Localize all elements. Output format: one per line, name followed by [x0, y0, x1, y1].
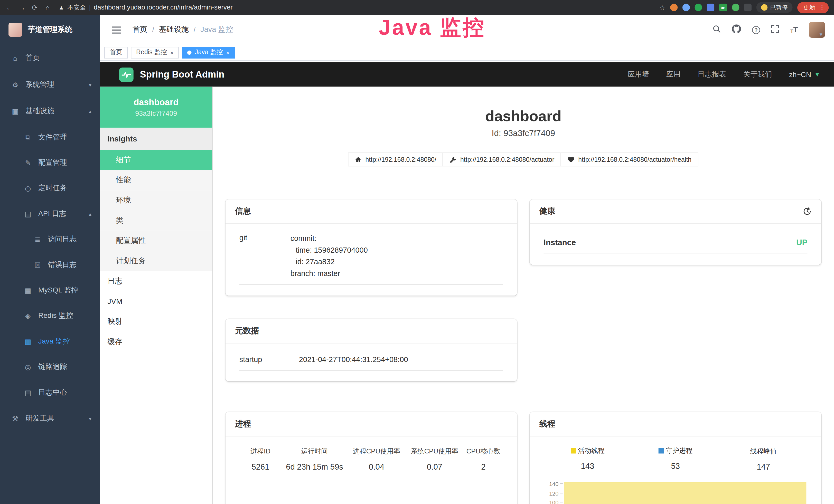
instance-sidebar: dashboard 93a3fc7f7409 Insights 细节 性能 环境… [100, 87, 213, 504]
log-icon: ≣ [33, 235, 42, 243]
sidebar-item-dev-tools[interactable]: ⚒ 研发工具 ▾ [0, 405, 100, 432]
github-icon[interactable] [732, 24, 741, 35]
search-icon[interactable] [713, 25, 721, 35]
tab-home[interactable]: 首页 [104, 46, 128, 58]
sidebar-item-log-center[interactable]: ▤ 日志中心 [0, 380, 100, 405]
chevron-down-icon: ▾ [89, 82, 91, 88]
tab-java-monitor[interactable]: Java 监控 × [182, 46, 235, 58]
sidebar-item-home[interactable]: ⌂ 首页 [0, 45, 100, 71]
browser-extension-icon[interactable] [682, 4, 690, 11]
threads-chart-plot [564, 481, 807, 504]
address-bar[interactable]: ▲ 不安全 | dashboard.yudao.iocoder.cn/infra… [59, 3, 233, 11]
home-icon [355, 156, 361, 163]
forward-icon[interactable]: → [18, 3, 26, 11]
health-instance-row: Instance UP [544, 232, 807, 254]
chrome-update-button[interactable]: 更新 ⋮ [797, 2, 829, 13]
gear-icon: ⚙ [10, 81, 20, 89]
process-card-title: 进程 [225, 412, 517, 436]
actuator-url-link[interactable]: http://192.168.0.2:48080/actuator [443, 153, 561, 166]
sidebar-item-access-logs[interactable]: ≣ 访问日志 [0, 226, 100, 252]
chevron-up-icon: ▴ [89, 211, 91, 217]
document-icon: ▤ [23, 210, 32, 218]
instance-nav-classes[interactable]: 类 [100, 210, 212, 231]
security-label: 不安全 [68, 3, 86, 11]
proxy-on-extension-icon[interactable]: on [719, 4, 727, 11]
instance-nav-environment[interactable]: 环境 [100, 190, 212, 210]
threads-card-title: 线程 [530, 412, 821, 436]
database-icon: ▦ [23, 286, 32, 294]
metadata-card: 元数据 startup 2021-04-27T00:44:31.254+08:0… [225, 319, 517, 381]
info-card: 信息 git commit: time: 1596289704000 id: 2… [225, 200, 517, 296]
process-table: 进程ID 5261 运行时间 6d 23h 15m 59s 进程CPU使用率 0… [239, 445, 503, 471]
instance-nav-details[interactable]: 细节 [100, 150, 212, 170]
paused-label: 已暂停 [770, 3, 788, 11]
sba-link-wallboard[interactable]: 应用墙 [628, 70, 649, 79]
instance-nav-jvm[interactable]: JVM [100, 292, 212, 312]
browser-extension-icon[interactable] [732, 4, 739, 11]
sidebar-item-tracing[interactable]: ◎ 链路追踪 [0, 354, 100, 380]
sidebar-item-infrastructure[interactable]: ▣ 基础设施 ▴ [0, 98, 100, 124]
file-icon: ⧉ [23, 133, 32, 141]
sidebar-item-config-management[interactable]: ✎ 配置管理 [0, 150, 100, 175]
sba-navbar: Spring Boot Admin 应用墙 应用 日志报表 关于我们 zh~CN… [100, 62, 834, 87]
close-tab-icon[interactable]: × [170, 49, 174, 56]
tags-view-bar: 首页 Redis 监控 × Java 监控 × [100, 45, 834, 61]
active-tab-dot [188, 50, 192, 55]
app-sidebar: 芋道管理系统 ⌂ 首页 ⚙ 系统管理 ▾ ▣ 基础设施 ▴ ⧉ 文件管理 ✎ 配… [0, 15, 100, 504]
locale-selector[interactable]: zh~CN ▼ [789, 70, 820, 78]
help-icon[interactable]: ? [752, 26, 760, 33]
service-url-link[interactable]: http://192.168.0.2:48080/ [348, 153, 443, 166]
metadata-card-title: 元数据 [225, 319, 517, 343]
instance-links: http://192.168.0.2:48080/ http://192.168… [213, 153, 834, 166]
update-label: 更新 [803, 3, 815, 11]
browser-extension-icon[interactable] [670, 4, 678, 11]
reload-icon[interactable]: ⟳ [31, 3, 39, 11]
health-url-link[interactable]: http://192.168.0.2:48080/actuator/health [561, 153, 698, 166]
browser-extension-icon[interactable] [744, 4, 751, 11]
metadata-startup-row: startup 2021-04-27T00:44:31.254+08:00 [239, 352, 503, 370]
sidebar-item-redis-monitor[interactable]: ◈ Redis 监控 [0, 303, 100, 328]
font-size-icon[interactable]: TT [790, 25, 798, 34]
back-icon[interactable]: ← [5, 3, 13, 11]
browser-extension-icon[interactable] [707, 4, 714, 11]
tools-icon: ⚒ [10, 414, 20, 422]
sba-link-about[interactable]: 关于我们 [743, 70, 772, 79]
sidebar-item-java-monitor[interactable]: ▥ Java 监控 [0, 329, 100, 354]
browser-extension-icon[interactable] [695, 4, 702, 11]
kebab-menu-icon: ⋮ [819, 4, 825, 11]
instance-nav-caches[interactable]: 缓存 [100, 332, 212, 352]
breadcrumb-infrastructure[interactable]: 基础设施 [159, 25, 189, 35]
instance-header[interactable]: dashboard 93a3fc7f7409 [100, 87, 212, 128]
browser-home-icon[interactable]: ⌂ [44, 3, 52, 11]
sidebar-item-api-logs[interactable]: ▤ API 日志 ▴ [0, 201, 100, 226]
instance-nav-logs[interactable]: 日志 [100, 271, 212, 292]
instance-nav-config-props[interactable]: 配置属性 [100, 231, 212, 251]
sidebar-item-error-logs[interactable]: ☒ 错误日志 [0, 252, 100, 278]
error-log-icon: ☒ [33, 261, 42, 269]
sba-link-applications[interactable]: 应用 [666, 70, 681, 79]
instance-nav-mappings[interactable]: 映射 [100, 312, 212, 332]
sidebar-item-mysql-monitor[interactable]: ▦ MySQL 监控 [0, 278, 100, 303]
live-threads-area [564, 482, 806, 504]
close-tab-icon[interactable]: × [226, 49, 229, 56]
info-card-title: 信息 [225, 200, 517, 224]
sidebar-item-system-management[interactable]: ⚙ 系统管理 ▾ [0, 71, 100, 98]
history-icon[interactable] [803, 207, 812, 216]
user-menu[interactable]: ▼ [809, 22, 824, 38]
sidebar-toggle-icon[interactable] [112, 26, 121, 33]
tab-redis-monitor[interactable]: Redis 监控 × [131, 46, 179, 58]
cards-grid: 信息 git commit: time: 1596289704000 id: 2… [225, 200, 821, 504]
threads-legend: 活动线程 143 守护进程 53 [544, 445, 807, 471]
instance-nav-scheduled-tasks[interactable]: 计划任务 [100, 251, 212, 271]
insights-section-header: Insights [100, 128, 212, 150]
bookmark-star-icon[interactable]: ☆ [659, 3, 665, 11]
fullscreen-icon[interactable] [771, 25, 779, 35]
breadcrumb-home[interactable]: 首页 [133, 25, 148, 35]
paused-badge[interactable]: 已暂停 [756, 2, 793, 13]
sidebar-item-file-management[interactable]: ⧉ 文件管理 [0, 124, 100, 150]
sba-link-journal[interactable]: 日志报表 [698, 70, 726, 79]
sidebar-item-scheduled-tasks[interactable]: ◷ 定时任务 [0, 175, 100, 201]
instance-nav-metrics[interactable]: 性能 [100, 170, 212, 190]
app-logo-row[interactable]: 芋道管理系统 [0, 15, 100, 45]
page-subtitle: Id: 93a3fc7f7409 [213, 129, 834, 138]
